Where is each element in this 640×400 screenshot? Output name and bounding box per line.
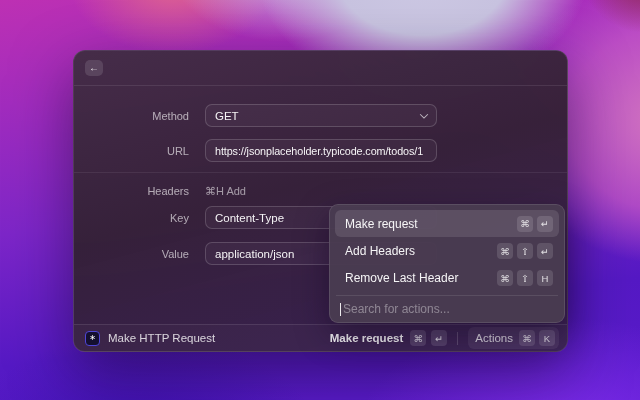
h-key-icon: H — [537, 270, 553, 286]
menu-item-make-request[interactable]: Make request ⌘ ↵ — [335, 210, 559, 237]
window-header: ← — [74, 51, 567, 86]
asterisk-glyph-icon: ∗ — [89, 333, 96, 342]
extension-title: Make HTTP Request — [108, 332, 215, 344]
command-key-icon: ⌘ — [519, 330, 535, 346]
shortcut-keys: ⌘ ⇧ ↵ — [497, 243, 553, 259]
menu-item-label: Make request — [345, 217, 418, 231]
actions-search-row — [335, 296, 559, 322]
actions-menu: Make request ⌘ ↵ Add Headers ⌘ ⇧ ↵ Remov… — [329, 204, 565, 323]
key-label: Key — [74, 212, 189, 224]
back-arrow-icon: ← — [89, 62, 99, 73]
command-key-icon: ⌘ — [410, 330, 426, 346]
section-divider — [74, 172, 567, 173]
menu-item-remove-last-header[interactable]: Remove Last Header ⌘ ⇧ H — [335, 265, 559, 291]
headers-row: Headers ⌘H Add — [74, 183, 567, 199]
method-select[interactable]: GET — [205, 104, 437, 127]
back-button[interactable]: ← — [85, 60, 103, 76]
chevron-down-icon — [420, 110, 428, 118]
shortcut-keys: ⌘ ⇧ H — [497, 270, 553, 286]
desktop-wallpaper: ← Method GET URL Headers ⌘H Add Key — [0, 0, 640, 400]
value-label: Value — [74, 248, 189, 260]
enter-key-icon: ↵ — [431, 330, 447, 346]
actions-search-input[interactable] — [343, 302, 554, 316]
enter-key-icon: ↵ — [537, 243, 553, 259]
shortcut-keys: ⌘ ↵ — [517, 216, 553, 232]
text-cursor — [340, 303, 341, 316]
menu-item-label: Remove Last Header — [345, 271, 458, 285]
actions-button-label: Actions — [475, 332, 513, 344]
http-request-window: ← Method GET URL Headers ⌘H Add Key — [73, 50, 568, 352]
shift-key-icon: ⇧ — [517, 270, 533, 286]
command-key-icon: ⌘ — [497, 243, 513, 259]
enter-key-icon: ↵ — [537, 216, 553, 232]
k-key-icon: K — [539, 330, 555, 346]
extension-icon: ∗ — [85, 331, 100, 346]
menu-item-add-headers[interactable]: Add Headers ⌘ ⇧ ↵ — [335, 238, 559, 264]
status-bar-divider — [457, 332, 458, 345]
method-row: Method GET — [74, 104, 567, 127]
url-field-box — [205, 139, 437, 162]
menu-item-label: Add Headers — [345, 244, 415, 258]
url-row: URL — [74, 139, 567, 162]
url-label: URL — [74, 145, 189, 157]
command-key-icon: ⌘ — [517, 216, 533, 232]
shift-key-icon: ⇧ — [517, 243, 533, 259]
url-input[interactable] — [215, 145, 427, 157]
status-bar-actions: Make request ⌘ ↵ Actions ⌘ K — [330, 327, 559, 349]
headers-label: Headers — [74, 185, 189, 197]
actions-button[interactable]: Actions ⌘ K — [468, 327, 559, 349]
command-key-icon: ⌘ — [497, 270, 513, 286]
status-bar: ∗ Make HTTP Request Make request ⌘ ↵ Act… — [74, 324, 567, 351]
headers-add-shortcut[interactable]: ⌘H Add — [205, 185, 246, 198]
primary-action-label[interactable]: Make request — [330, 332, 404, 344]
method-select-value: GET — [215, 110, 421, 122]
method-label: Method — [74, 110, 189, 122]
